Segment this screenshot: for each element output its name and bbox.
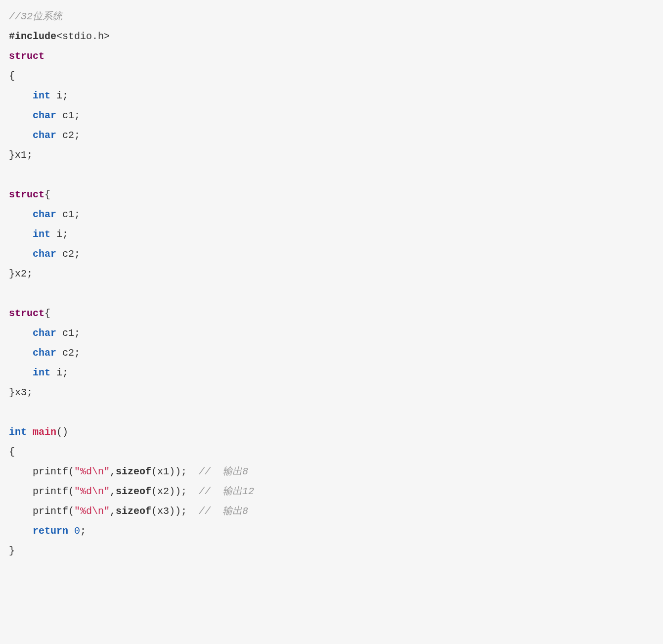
keyword-sizeof: sizeof (116, 486, 151, 497)
call-printf: printf( (33, 486, 74, 497)
code-indent (9, 209, 33, 220)
brace-open: { (44, 189, 50, 200)
spacer (68, 525, 74, 537)
identifier: i; (50, 367, 68, 378)
code-indent (9, 229, 33, 240)
brace-close: }x1; (9, 149, 33, 161)
parens: () (56, 426, 68, 438)
brace-close: } (9, 545, 15, 556)
identifier: c1; (56, 209, 80, 220)
brace-open: { (9, 70, 15, 82)
string-literal: "%d\n" (74, 506, 110, 517)
brace-open: { (9, 446, 15, 458)
code-comment: // 输出8 (199, 466, 248, 477)
comma: , (110, 506, 116, 517)
comma: , (110, 466, 116, 477)
call-args: (x1)); (151, 466, 187, 477)
keyword-struct: struct (9, 189, 44, 200)
preprocessor-include: #include (9, 31, 56, 42)
identifier: c1; (56, 327, 80, 339)
code-indent (9, 347, 33, 359)
string-literal: "%d\n" (74, 486, 110, 497)
identifier: c2; (56, 130, 80, 141)
code-indent (9, 130, 33, 141)
code-indent (9, 525, 33, 537)
identifier: c2; (56, 248, 80, 260)
type-char: char (33, 110, 56, 121)
spacer (187, 506, 199, 517)
code-indent (9, 110, 33, 121)
spacer (187, 466, 199, 477)
call-printf: printf( (33, 466, 74, 477)
code-indent (9, 90, 33, 101)
identifier: c2; (56, 347, 80, 359)
code-indent (9, 327, 33, 339)
code-block: //32位系统 #include<stdio.h> struct { int i… (0, 0, 663, 570)
spacer (187, 486, 199, 497)
comma: , (110, 486, 116, 497)
include-header: <stdio.h> (56, 31, 110, 42)
code-indent (9, 506, 33, 517)
keyword-return: return (33, 525, 68, 537)
string-literal: "%d\n" (74, 466, 110, 477)
type-int: int (33, 90, 50, 101)
keyword-struct: struct (9, 308, 44, 319)
identifier: i; (50, 229, 68, 240)
identifier: c1; (56, 110, 80, 121)
type-int: int (33, 367, 50, 378)
type-int: int (33, 229, 50, 240)
brace-close: }x3; (9, 387, 33, 398)
code-indent (9, 486, 33, 497)
type-char: char (33, 209, 56, 220)
semicolon: ; (80, 525, 86, 537)
number-literal: 0 (74, 525, 80, 537)
identifier: i; (50, 90, 68, 101)
brace-open: { (44, 308, 50, 319)
type-char: char (33, 248, 56, 260)
code-comment: // 输出12 (199, 486, 254, 497)
type-int: int (9, 426, 27, 438)
code-indent (9, 367, 33, 378)
keyword-sizeof: sizeof (116, 466, 151, 477)
call-args: (x2)); (151, 486, 187, 497)
function-main: main (33, 426, 56, 438)
keyword-struct: struct (9, 50, 44, 62)
code-indent (9, 466, 33, 477)
code-indent (9, 248, 33, 260)
call-args: (x3)); (151, 506, 187, 517)
type-char: char (33, 347, 56, 359)
call-printf: printf( (33, 506, 74, 517)
code-comment: //32位系统 (9, 11, 62, 22)
type-char: char (33, 327, 56, 339)
code-comment: // 输出8 (199, 506, 248, 517)
brace-close: }x2; (9, 268, 33, 279)
type-char: char (33, 130, 56, 141)
keyword-sizeof: sizeof (116, 506, 151, 517)
